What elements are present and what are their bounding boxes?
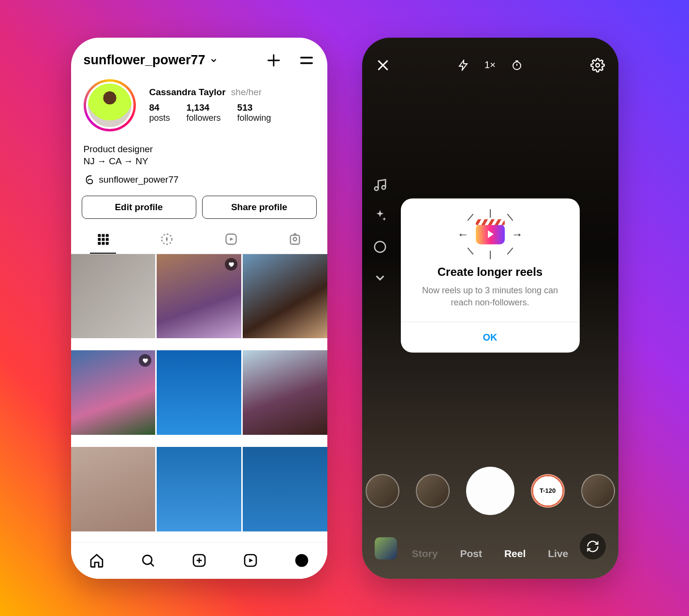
stat-posts[interactable]: 84 posts xyxy=(149,102,170,123)
post-thumbnail[interactable] xyxy=(71,254,156,339)
camera-left-tools xyxy=(373,178,387,285)
mode-post[interactable]: Post xyxy=(460,548,482,559)
post-thumbnail[interactable] xyxy=(71,447,156,531)
svg-point-35 xyxy=(374,241,385,252)
svg-marker-24 xyxy=(249,559,253,562)
svg-rect-4 xyxy=(98,234,101,237)
svg-line-19 xyxy=(150,563,154,566)
svg-point-18 xyxy=(143,555,152,564)
reels-nav-icon[interactable] xyxy=(243,553,258,568)
timer-icon[interactable] xyxy=(511,59,523,71)
liked-badge-icon xyxy=(225,258,237,271)
posts-count: 84 xyxy=(149,102,170,113)
threads-handle: sunflower_power77 xyxy=(99,174,179,185)
mode-live[interactable]: Live xyxy=(548,548,568,559)
settings-gear-icon[interactable] xyxy=(590,58,605,72)
camera-top-controls: 1× xyxy=(457,59,523,71)
effect-thumbnail[interactable] xyxy=(416,474,450,508)
speed-control[interactable]: 1× xyxy=(484,59,496,71)
post-thumbnail[interactable] xyxy=(243,447,327,531)
profile-buttons: Edit profile Share profile xyxy=(71,185,327,219)
bio: Product designer NJ → CA → NY xyxy=(71,137,327,168)
liked-badge-icon xyxy=(139,354,151,367)
svg-rect-11 xyxy=(102,242,104,245)
camera-phone: 1× T-120 Story Post Reel Live ← → Cre xyxy=(362,38,618,579)
menu-icon[interactable] xyxy=(298,52,315,69)
bio-line-1: Product designer xyxy=(84,143,315,156)
switch-camera-icon xyxy=(586,540,600,553)
story-ring[interactable] xyxy=(84,79,136,131)
edit-profile-button[interactable]: Edit profile xyxy=(82,196,196,219)
effect-thumbnail[interactable]: T-120 xyxy=(531,474,565,508)
switch-camera-button[interactable] xyxy=(580,533,606,559)
svg-rect-6 xyxy=(106,234,109,237)
svg-rect-7 xyxy=(98,238,101,241)
close-icon[interactable] xyxy=(376,58,390,72)
profile-topbar: sunflower_power77 xyxy=(71,38,327,73)
svg-rect-12 xyxy=(106,242,109,245)
post-thumbnail[interactable] xyxy=(157,350,241,435)
flash-icon[interactable] xyxy=(457,59,469,71)
more-tools-chevron-icon[interactable] xyxy=(373,271,387,285)
effect-thumbnail[interactable] xyxy=(581,474,615,508)
camera-topbar: 1× xyxy=(362,38,618,72)
svg-rect-9 xyxy=(106,238,109,241)
post-thumbnail[interactable] xyxy=(243,350,327,435)
profile-nav-icon[interactable] xyxy=(294,553,309,568)
svg-point-25 xyxy=(295,554,308,567)
username-text: sunflower_power77 xyxy=(84,53,205,68)
music-icon[interactable] xyxy=(373,178,387,192)
mode-story[interactable]: Story xyxy=(412,548,438,559)
create-icon[interactable] xyxy=(265,52,282,69)
search-icon[interactable] xyxy=(140,553,156,568)
dialog-ok-button[interactable]: OK xyxy=(401,322,580,353)
highlights-icon xyxy=(160,232,174,246)
arrow-right-icon: → xyxy=(512,228,523,241)
effects-carousel: T-120 xyxy=(362,467,618,515)
post-thumbnail[interactable] xyxy=(71,350,156,435)
longer-reels-dialog: ← → Create longer reels Now reels up to … xyxy=(401,199,580,353)
svg-point-34 xyxy=(381,186,385,189)
effect-thumbnail[interactable] xyxy=(366,474,399,508)
svg-marker-15 xyxy=(230,237,233,241)
dialog-illustration: ← → xyxy=(461,214,519,255)
post-grid xyxy=(71,254,327,542)
stat-following[interactable]: 513 following xyxy=(237,102,271,123)
threads-link[interactable]: sunflower_power77 xyxy=(71,168,327,185)
dialog-title: Create longer reels xyxy=(438,265,542,279)
profile-phone: sunflower_power77 Cassandra Taylor she/h… xyxy=(71,38,327,579)
dialog-body: Now reels up to 3 minutes long can reach… xyxy=(412,285,568,308)
bottom-nav xyxy=(71,542,327,579)
profile-header: Cassandra Taylor she/her 84 posts 1,134 … xyxy=(71,73,327,137)
svg-rect-10 xyxy=(98,242,101,245)
tagged-icon xyxy=(288,232,302,246)
svg-point-33 xyxy=(374,186,378,190)
effects-sparkle-icon[interactable] xyxy=(373,209,387,223)
tab-highlights[interactable] xyxy=(154,232,180,254)
followers-label: followers xyxy=(187,113,221,123)
post-thumbnail[interactable] xyxy=(157,447,241,531)
display-name: Cassandra Taylor xyxy=(149,87,226,97)
chevron-down-icon xyxy=(209,56,218,65)
new-post-icon[interactable] xyxy=(191,553,207,568)
post-thumbnail[interactable] xyxy=(243,254,327,339)
svg-point-17 xyxy=(293,237,297,241)
post-thumbnail[interactable] xyxy=(157,254,241,339)
svg-point-32 xyxy=(596,63,600,67)
length-icon[interactable] xyxy=(373,240,387,254)
mode-reel[interactable]: Reel xyxy=(504,548,526,559)
tab-grid[interactable] xyxy=(90,232,116,254)
effect-label: T-120 xyxy=(540,487,556,494)
shutter-button[interactable] xyxy=(466,467,514,515)
home-icon[interactable] xyxy=(89,553,104,568)
followers-count: 1,134 xyxy=(187,102,221,113)
arrow-left-icon: ← xyxy=(457,228,469,241)
posts-label: posts xyxy=(149,113,170,123)
tab-reels[interactable] xyxy=(218,232,244,254)
display-name-line: Cassandra Taylor she/her xyxy=(149,87,271,98)
share-profile-button[interactable]: Share profile xyxy=(202,196,317,219)
stat-followers[interactable]: 1,134 followers xyxy=(187,102,221,123)
username-dropdown[interactable]: sunflower_power77 xyxy=(84,53,218,68)
tab-tagged[interactable] xyxy=(282,232,308,254)
gallery-button[interactable] xyxy=(375,537,397,559)
